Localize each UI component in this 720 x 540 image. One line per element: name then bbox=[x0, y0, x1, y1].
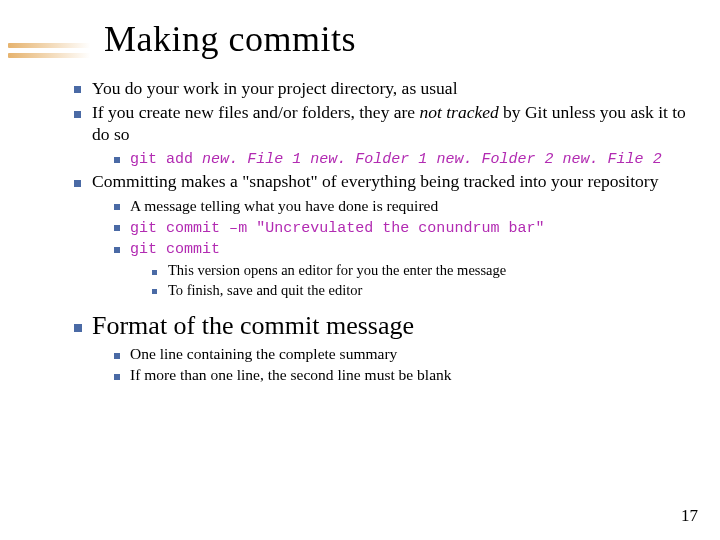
decoration-bar bbox=[8, 43, 92, 48]
bullet-text-emph: not tracked bbox=[420, 102, 499, 122]
sub-bullet-item: git add new. File 1 new. Folder 1 new. F… bbox=[110, 149, 690, 168]
sub-bullet-item: One line containing the complete summary bbox=[110, 345, 690, 364]
sub-bullet-item: git commit –m "Uncrevulated the conundru… bbox=[110, 218, 690, 237]
sub-sub-bullet-item: This version opens an editor for you the… bbox=[148, 262, 690, 280]
page-number: 17 bbox=[681, 506, 698, 526]
sub-list: git add new. File 1 new. Folder 1 new. F… bbox=[110, 149, 690, 168]
bullet-text: This version opens an editor for you the… bbox=[168, 262, 506, 278]
slide: Making commits You do your work in your … bbox=[0, 0, 720, 540]
bullet-item: Committing makes a "snapshot" of everyth… bbox=[70, 171, 690, 299]
bullet-list: You do your work in your project directo… bbox=[70, 78, 690, 385]
decoration-bar bbox=[8, 53, 92, 58]
bullet-item: If you create new files and/or folders, … bbox=[70, 102, 690, 168]
sub-sub-list: This version opens an editor for you the… bbox=[148, 262, 690, 299]
bullet-text: Format of the commit message bbox=[92, 311, 414, 340]
bullet-text: Committing makes a "snapshot" of everyth… bbox=[92, 171, 658, 191]
bullet-text: One line containing the complete summary bbox=[130, 345, 397, 362]
slide-title: Making commits bbox=[104, 18, 356, 60]
slide-content: You do your work in your project directo… bbox=[0, 60, 720, 385]
bullet-text: If more than one line, the second line m… bbox=[130, 366, 452, 383]
sub-bullet-item: A message telling what you have done is … bbox=[110, 197, 690, 216]
title-row: Making commits bbox=[0, 0, 720, 60]
sub-list: One line containing the complete summary… bbox=[110, 345, 690, 385]
code-text: git commit –m "Uncrevulated the conundru… bbox=[130, 219, 545, 237]
sub-bullet-item: If more than one line, the second line m… bbox=[110, 366, 690, 385]
bullet-heading: Format of the commit message One line co… bbox=[70, 310, 690, 386]
sub-sub-bullet-item: To finish, save and quit the editor bbox=[148, 282, 690, 300]
sub-bullet-item: git commit This version opens an editor … bbox=[110, 239, 690, 300]
code-text: git commit bbox=[130, 240, 220, 258]
title-decoration bbox=[0, 43, 92, 58]
sub-list: A message telling what you have done is … bbox=[110, 197, 690, 300]
bullet-item: You do your work in your project directo… bbox=[70, 78, 690, 99]
bullet-text: To finish, save and quit the editor bbox=[168, 282, 362, 298]
bullet-text: You do your work in your project directo… bbox=[92, 78, 458, 98]
bullet-text: A message telling what you have done is … bbox=[130, 197, 438, 214]
code-cmd: git add bbox=[130, 150, 202, 168]
bullet-text-part: If you create new files and/or folders, … bbox=[92, 102, 420, 122]
code-text: git add new. File 1 new. Folder 1 new. F… bbox=[130, 150, 662, 168]
code-args: new. File 1 new. Folder 1 new. Folder 2 … bbox=[202, 150, 662, 168]
